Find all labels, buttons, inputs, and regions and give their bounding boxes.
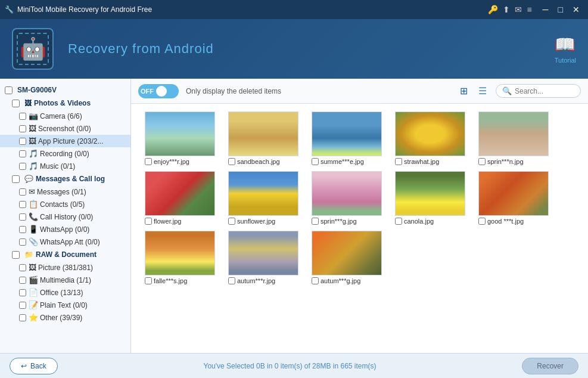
- sidebar-item-camera[interactable]: 📷 Camera (6/6): [0, 110, 130, 122]
- device-checkbox[interactable]: [5, 86, 13, 94]
- image-checkbox[interactable]: [478, 218, 486, 225]
- camera-checkbox[interactable]: [19, 113, 26, 120]
- contacts-checkbox[interactable]: [19, 201, 26, 208]
- image-thumbnail[interactable]: [312, 231, 382, 275]
- image-thumbnail[interactable]: [395, 171, 465, 216]
- image-checkbox[interactable]: [395, 158, 402, 165]
- sidebar-item-messages[interactable]: ✉ Messages (0/1): [0, 185, 130, 198]
- search-input[interactable]: [515, 87, 574, 95]
- image-label: autum***r.jpg: [228, 277, 298, 284]
- image-label: sprin***n.jpg: [478, 158, 549, 165]
- list-item[interactable]: good ***t.jpg: [475, 171, 552, 225]
- close-button[interactable]: ✕: [569, 4, 583, 16]
- list-item[interactable]: autum***g.jpg: [308, 231, 385, 284]
- image-thumbnail[interactable]: [312, 111, 382, 156]
- image-thumbnail[interactable]: [145, 231, 215, 275]
- image-checkbox[interactable]: [145, 277, 152, 284]
- key-icon: 🔑: [488, 5, 498, 14]
- grid-view-button[interactable]: ⊞: [458, 83, 469, 98]
- maximize-button[interactable]: □: [555, 4, 567, 16]
- sidebar-item-office[interactable]: 📄 Office (13/13): [0, 286, 130, 299]
- camera-icon: 📷: [29, 111, 38, 120]
- image-checkbox[interactable]: [478, 158, 486, 165]
- image-thumbnail[interactable]: [228, 171, 298, 216]
- section-raw-checkbox[interactable]: [12, 251, 20, 259]
- tutorial-button[interactable]: 📖 Tutorial: [555, 35, 576, 64]
- sidebar-item-call-history[interactable]: 📞 Call History (0/0): [0, 210, 130, 223]
- list-item[interactable]: sprin***g.jpg: [308, 171, 385, 225]
- sidebar-item-music[interactable]: 🎵 Music (0/1): [0, 160, 130, 172]
- image-checkbox[interactable]: [145, 218, 152, 225]
- app-picture-checkbox[interactable]: [19, 138, 26, 145]
- list-item[interactable]: falle***s.jpg: [141, 231, 219, 284]
- image-thumbnail[interactable]: [228, 111, 298, 156]
- sidebar-item-multimedia[interactable]: 🎬 Multimedia (1/1): [0, 274, 130, 286]
- window-controls[interactable]: ─ □ ✕: [539, 4, 583, 16]
- toolbar: OFF Only display the deleted items ⊞ ☰ 🔍: [131, 79, 588, 104]
- screenshot-checkbox[interactable]: [19, 125, 26, 132]
- sidebar-item-screenshot[interactable]: 🖼 Screenshot (0/0): [0, 122, 130, 135]
- list-item[interactable]: sunflower.jpg: [225, 171, 302, 225]
- header: 🤖 Recovery from Android 📖 Tutorial: [0, 19, 588, 79]
- image-checkbox[interactable]: [312, 218, 319, 225]
- message-icon: ✉: [29, 187, 35, 196]
- image-thumbnail[interactable]: [478, 171, 549, 216]
- picture-checkbox[interactable]: [19, 264, 26, 271]
- image-thumbnail[interactable]: [478, 111, 549, 156]
- sidebar-item-whatsapp[interactable]: 📱 WhatsApp (0/0): [0, 223, 130, 236]
- image-checkbox[interactable]: [228, 218, 235, 225]
- music-checkbox[interactable]: [19, 163, 26, 170]
- list-item[interactable]: canola.jpg: [391, 171, 469, 225]
- image-checkbox[interactable]: [312, 158, 319, 165]
- minimize-button[interactable]: ─: [539, 4, 552, 16]
- image-thumbnail[interactable]: [228, 231, 298, 275]
- sidebar-item-other[interactable]: ⭐ Other (39/39): [0, 311, 130, 324]
- image-checkbox[interactable]: [312, 277, 319, 284]
- list-item[interactable]: autum***r.jpg: [225, 231, 302, 284]
- image-label: sandbeach.jpg: [228, 158, 298, 165]
- image-thumbnail[interactable]: [395, 111, 465, 156]
- other-checkbox[interactable]: [19, 314, 26, 321]
- messages-checkbox[interactable]: [19, 188, 26, 196]
- image-thumbnail[interactable]: [145, 111, 215, 156]
- list-item[interactable]: flower.jpg: [141, 171, 219, 225]
- image-thumbnail[interactable]: [312, 171, 382, 216]
- multimedia-checkbox[interactable]: [19, 277, 26, 284]
- recording-checkbox[interactable]: [19, 150, 26, 157]
- contacts-icon: 📋: [29, 200, 38, 209]
- sidebar-item-contacts[interactable]: 📋 Contacts (0/5): [0, 198, 130, 210]
- list-item[interactable]: sprin***n.jpg: [475, 111, 552, 165]
- sidebar-item-app-picture[interactable]: 🖼 App Picture (203/2...: [0, 135, 130, 147]
- section-messages-checkbox[interactable]: [12, 175, 20, 183]
- app-picture-icon: 🖼: [29, 137, 36, 145]
- recover-button[interactable]: Recover: [522, 358, 578, 374]
- whatsapp-att-checkbox[interactable]: [19, 238, 26, 246]
- sidebar-item-whatsapp-att[interactable]: 📎 WhatsApp Att (0/0): [0, 236, 130, 248]
- image-label: falle***s.jpg: [145, 277, 215, 284]
- toggle-deleted-switch[interactable]: OFF: [138, 84, 179, 98]
- image-checkbox[interactable]: [145, 158, 152, 165]
- call-history-checkbox[interactable]: [19, 213, 26, 221]
- back-button[interactable]: ↩ Back: [10, 358, 58, 374]
- screenshot-icon: 🖼: [29, 124, 36, 133]
- sidebar-item-recording[interactable]: 🎵 Recording (0/0): [0, 147, 130, 160]
- image-checkbox[interactable]: [395, 218, 402, 225]
- sidebar-item-plain-text[interactable]: 📝 Plain Text (0/0): [0, 299, 130, 311]
- list-item[interactable]: sandbeach.jpg: [225, 111, 302, 165]
- plain-text-checkbox[interactable]: [19, 302, 26, 309]
- list-item[interactable]: strawhat.jpg: [391, 111, 469, 165]
- image-checkbox[interactable]: [228, 158, 235, 165]
- list-item[interactable]: enjoy***r.jpg: [141, 111, 219, 165]
- list-item[interactable]: summe***e.jpg: [308, 111, 385, 165]
- section-photos-checkbox[interactable]: [12, 100, 20, 107]
- whatsapp-icon: 📱: [29, 225, 38, 234]
- whatsapp-checkbox[interactable]: [19, 226, 26, 233]
- sidebar-item-picture[interactable]: 🖼 Picture (381/381): [0, 261, 130, 274]
- recording-icon: 🎵: [29, 149, 38, 158]
- image-thumbnail[interactable]: [145, 171, 215, 216]
- image-checkbox[interactable]: [228, 277, 235, 284]
- list-view-button[interactable]: ☰: [477, 83, 489, 98]
- title-bar-icons: 🔑 ⬆ ✉ ≡: [488, 5, 531, 14]
- picture-icon: 🖼: [29, 263, 36, 272]
- office-checkbox[interactable]: [19, 289, 26, 296]
